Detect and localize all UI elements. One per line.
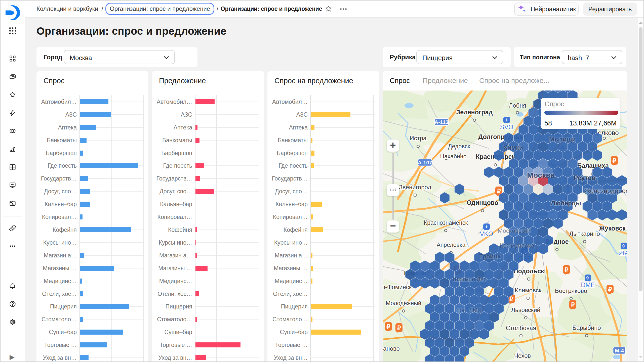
svg-text:Москва: Москва [527,171,555,179]
svg-text:Банкоматы: Банкоматы [47,137,77,144]
svg-text:Московский: Московский [498,227,531,234]
svg-text:Курсы ино…: Курсы ино… [159,239,192,246]
svg-text:Банкоматы: Банкоматы [278,137,308,144]
svg-text:Суши–бар: Суши–бар [280,329,308,335]
svg-text:Автомобил…: Автомобил… [157,99,192,105]
svg-text:Троицк: Троицк [479,253,501,260]
svg-text:Барбершоп: Барбершоп [277,150,308,156]
svg-text:Пиццерия: Пиццерия [166,303,192,310]
svg-text:Аптека: Аптека [174,124,192,131]
svg-text:Медицинс…: Медицинс… [44,278,77,284]
svg-text:АЗС: АЗС [296,111,308,118]
svg-text:Отели, хос…: Отели, хос… [273,291,308,297]
svg-text:Чехов: Чехов [514,352,531,359]
svg-text:аново: аново [383,345,400,352]
svg-text:Мытищи: Мытищи [549,136,576,143]
svg-text:А-113: А-113 [434,119,449,125]
svg-text:Досуг, спо…: Досуг, спо… [275,188,308,195]
svg-text:Жуковск: Жуковск [599,225,626,232]
svg-text:Государств…: Государств… [41,175,77,182]
svg-text:Краснознаменск: Краснознаменск [424,219,468,226]
svg-text:Одинцово: Одинцово [467,199,498,206]
svg-text:Люберцы: Люберцы [551,200,581,207]
svg-text:Барбершоп: Барбершоп [161,150,192,156]
svg-text:✈: ✈ [586,275,590,281]
svg-text:Торговые …: Торговые … [44,342,77,348]
svg-text:Кофейня: Кофейня [53,227,77,233]
svg-text:₽: ₽ [397,325,401,331]
svg-text:Барыбино: Барыбино [572,324,601,331]
svg-text:Звенигород: Звенигород [399,184,431,191]
svg-text:Стоматоло…: Стоматоло… [42,316,77,323]
svg-text:Аптека: Аптека [289,124,308,131]
svg-text:АЗС: АЗС [65,111,77,118]
svg-text:Лыткарино: Лыткарино [569,230,600,237]
svg-text:₽: ₽ [571,301,575,308]
svg-text:Торговые …: Торговые … [275,342,308,348]
svg-text:Стоматоло…: Стоматоло… [272,316,308,323]
svg-text:₽: ₽ [612,157,616,164]
svg-text:Реутов: Реутов [574,174,595,181]
svg-text:Автомобил…: Автомобил… [272,99,308,105]
svg-text:А-107: А-107 [418,160,432,165]
svg-text:DME: DME [581,281,595,288]
svg-text:Апрелевка: Апрелевка [437,242,466,248]
svg-text:Востряково: Востряково [555,287,587,294]
svg-text:Медицинс…: Медицинс… [159,278,192,284]
svg-text:Коммунарка: Коммунарка [500,242,535,249]
svg-text:Аптека: Аптека [58,124,77,131]
svg-text:АЗС: АЗС [181,111,192,118]
svg-text:Магазин а…: Магазин а… [44,252,77,259]
svg-text:Суши–бар: Суши–бар [165,329,192,335]
svg-text:Где поесть: Где поесть [278,162,308,169]
svg-text:Государств…: Государств… [272,175,308,182]
svg-text:Пиццерия: Пиццерия [50,303,77,310]
svg-text:Государств…: Государств… [156,175,192,182]
svg-text:ZIA: ZIA [619,249,627,256]
svg-text:Кальян–бар: Кальян–бар [45,201,77,207]
svg-text:VKO: VKO [480,230,493,237]
svg-text:Курсы ино…: Курсы ино… [274,239,308,246]
svg-text:Кальян–бар: Кальян–бар [160,201,192,207]
svg-text:₽: ₽ [509,296,513,302]
svg-text:Магазины …: Магазины … [158,265,192,272]
svg-text:Уход за вн…: Уход за вн… [274,354,308,361]
svg-text:Молодёжный: Молодёжный [386,300,421,306]
svg-text:SVO: SVO [500,123,513,130]
svg-text:Магазины …: Магазины … [43,265,77,272]
svg-text:Копировал…: Копировал… [42,214,77,220]
svg-text:Где поесть: Где поесть [48,162,77,169]
svg-text:Досуг, спо…: Досуг, спо… [159,188,192,195]
svg-text:Курсы ино…: Курсы ино… [43,239,77,246]
svg-text:Химки: Химки [503,144,523,151]
svg-text:Столбовая: Столбовая [506,325,536,331]
svg-text:пос. ЛМС: пос. ЛМС [457,307,482,313]
svg-text:✈: ✈ [485,224,489,230]
svg-text:✈: ✈ [622,243,626,249]
svg-text:Климовск: Климовск [515,287,542,294]
svg-text:Автомобил…: Автомобил… [41,99,77,105]
svg-text:Пиццерия: Пиццерия [281,303,308,310]
svg-text:Стоматоло…: Стоматоло… [157,316,192,323]
svg-text:Уход за вн…: Уход за вн… [158,354,192,361]
svg-text:Где поесть: Где поесть [163,162,192,169]
svg-text:Нахабино: Нахабино [440,153,467,160]
svg-text:Медицинс…: Медицинс… [275,278,308,284]
svg-text:Лобня: Лобня [509,102,526,109]
svg-text:Магазин а…: Магазин а… [275,252,308,259]
svg-text:Кофейня: Кофейня [284,227,308,233]
svg-text:Отели, хос…: Отели, хос… [42,291,77,297]
svg-text:Львовский: Львовский [511,306,540,313]
svg-text:Банкоматы: Банкоматы [162,137,192,144]
svg-text:Зеленоград: Зеленоград [456,109,493,116]
svg-text:о-Фоминск: о-Фоминск [383,284,412,290]
svg-text:Отели, хос…: Отели, хос… [157,291,192,297]
svg-text:✈: ✈ [505,117,509,123]
svg-text:Кофейня: Кофейня [168,227,192,233]
svg-text:М-4: М-4 [615,348,624,353]
svg-text:Суши–бар: Суши–бар [49,329,77,335]
svg-text:Истра: Истра [410,135,427,142]
svg-text:Железнодорожн: Железнодорожн [584,187,627,195]
svg-text:₽: ₽ [565,266,568,273]
svg-text:₽: ₽ [497,188,501,195]
